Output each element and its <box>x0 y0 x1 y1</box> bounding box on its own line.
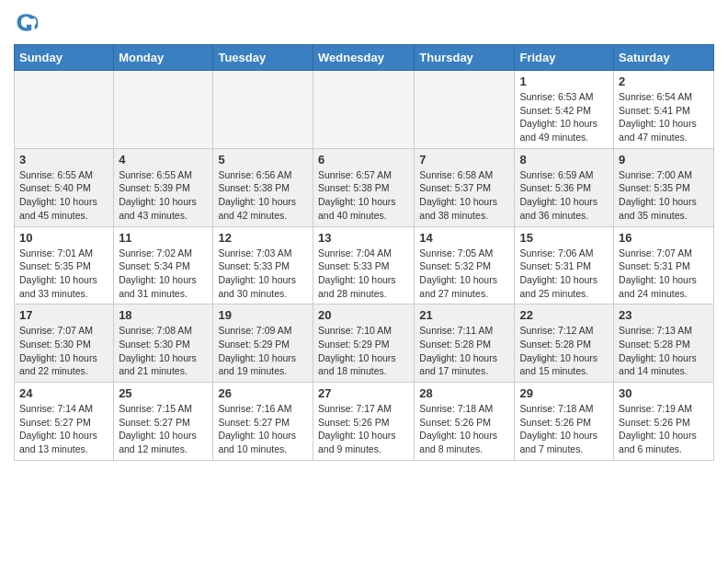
day-number: 8 <box>519 153 609 167</box>
calendar-cell: 16Sunrise: 7:07 AM Sunset: 5:31 PM Dayli… <box>614 226 714 304</box>
calendar-week-row: 1Sunrise: 6:53 AM Sunset: 5:42 PM Daylig… <box>15 71 714 149</box>
calendar-cell: 26Sunrise: 7:16 AM Sunset: 5:27 PM Dayli… <box>213 383 313 461</box>
day-detail: Sunrise: 6:57 AM Sunset: 5:38 PM Dayligh… <box>318 168 409 223</box>
day-detail: Sunrise: 6:55 AM Sunset: 5:40 PM Dayligh… <box>19 168 108 223</box>
day-number: 1 <box>519 75 609 88</box>
day-detail: Sunrise: 7:04 AM Sunset: 5:33 PM Dayligh… <box>318 247 409 301</box>
day-detail: Sunrise: 7:10 AM Sunset: 5:29 PM Dayligh… <box>318 324 409 378</box>
day-number: 17 <box>19 308 108 322</box>
day-number: 9 <box>619 153 709 167</box>
day-detail: Sunrise: 6:55 AM Sunset: 5:39 PM Dayligh… <box>119 168 208 223</box>
day-detail: Sunrise: 6:56 AM Sunset: 5:38 PM Dayligh… <box>218 168 308 223</box>
calendar-cell: 6Sunrise: 6:57 AM Sunset: 5:38 PM Daylig… <box>313 148 414 226</box>
day-detail: Sunrise: 7:07 AM Sunset: 5:30 PM Dayligh… <box>19 324 108 378</box>
header <box>14 9 714 35</box>
logo-icon <box>14 9 40 35</box>
calendar-cell: 23Sunrise: 7:13 AM Sunset: 5:28 PM Dayli… <box>614 304 714 383</box>
calendar-cell: 15Sunrise: 7:06 AM Sunset: 5:31 PM Dayli… <box>515 226 614 304</box>
calendar-cell <box>114 71 213 149</box>
day-detail: Sunrise: 7:09 AM Sunset: 5:29 PM Dayligh… <box>218 324 308 378</box>
day-number: 19 <box>218 308 308 322</box>
calendar-cell: 11Sunrise: 7:02 AM Sunset: 5:34 PM Dayli… <box>114 226 213 304</box>
day-number: 15 <box>519 231 609 245</box>
day-number: 11 <box>119 231 208 245</box>
day-number: 18 <box>119 308 208 322</box>
day-detail: Sunrise: 7:02 AM Sunset: 5:34 PM Dayligh… <box>119 247 208 301</box>
day-detail: Sunrise: 7:11 AM Sunset: 5:28 PM Dayligh… <box>419 324 509 378</box>
weekday-header: Saturday <box>614 45 714 71</box>
day-detail: Sunrise: 7:19 AM Sunset: 5:26 PM Dayligh… <box>619 402 709 456</box>
calendar-cell <box>213 71 313 149</box>
day-detail: Sunrise: 7:18 AM Sunset: 5:26 PM Dayligh… <box>519 402 609 456</box>
day-number: 16 <box>619 231 709 245</box>
day-number: 30 <box>619 386 709 400</box>
calendar-week-row: 17Sunrise: 7:07 AM Sunset: 5:30 PM Dayli… <box>15 304 714 383</box>
calendar-cell: 14Sunrise: 7:05 AM Sunset: 5:32 PM Dayli… <box>415 226 515 304</box>
day-detail: Sunrise: 6:53 AM Sunset: 5:42 PM Dayligh… <box>519 90 609 144</box>
day-detail: Sunrise: 7:18 AM Sunset: 5:26 PM Dayligh… <box>419 402 509 456</box>
day-detail: Sunrise: 7:06 AM Sunset: 5:31 PM Dayligh… <box>519 247 609 301</box>
day-detail: Sunrise: 6:59 AM Sunset: 5:36 PM Dayligh… <box>519 168 609 223</box>
weekday-header: Friday <box>515 45 614 71</box>
day-detail: Sunrise: 6:54 AM Sunset: 5:41 PM Dayligh… <box>619 90 709 144</box>
calendar-page: SundayMondayTuesdayWednesdayThursdayFrid… <box>0 0 728 470</box>
calendar-cell <box>415 71 515 149</box>
weekday-header: Wednesday <box>313 45 414 71</box>
day-number: 10 <box>19 231 108 245</box>
day-number: 26 <box>218 386 308 400</box>
calendar-cell: 20Sunrise: 7:10 AM Sunset: 5:29 PM Dayli… <box>313 304 414 383</box>
calendar-cell: 8Sunrise: 6:59 AM Sunset: 5:36 PM Daylig… <box>515 148 614 226</box>
calendar-cell: 25Sunrise: 7:15 AM Sunset: 5:27 PM Dayli… <box>114 383 213 461</box>
calendar-cell: 9Sunrise: 7:00 AM Sunset: 5:35 PM Daylig… <box>614 148 714 226</box>
day-number: 12 <box>218 231 308 245</box>
calendar-cell: 24Sunrise: 7:14 AM Sunset: 5:27 PM Dayli… <box>15 383 114 461</box>
calendar-cell: 3Sunrise: 6:55 AM Sunset: 5:40 PM Daylig… <box>15 148 114 226</box>
calendar-cell: 12Sunrise: 7:03 AM Sunset: 5:33 PM Dayli… <box>213 226 313 304</box>
day-number: 29 <box>519 386 609 400</box>
day-number: 27 <box>318 386 409 400</box>
day-detail: Sunrise: 7:17 AM Sunset: 5:26 PM Dayligh… <box>318 402 409 456</box>
calendar-cell: 7Sunrise: 6:58 AM Sunset: 5:37 PM Daylig… <box>415 148 515 226</box>
day-detail: Sunrise: 7:05 AM Sunset: 5:32 PM Dayligh… <box>419 247 509 301</box>
day-number: 28 <box>419 386 509 400</box>
calendar-cell <box>313 71 414 149</box>
calendar-table: SundayMondayTuesdayWednesdayThursdayFrid… <box>14 44 714 461</box>
calendar-week-row: 3Sunrise: 6:55 AM Sunset: 5:40 PM Daylig… <box>15 148 714 226</box>
calendar-cell: 22Sunrise: 7:12 AM Sunset: 5:28 PM Dayli… <box>515 304 614 383</box>
calendar-cell: 28Sunrise: 7:18 AM Sunset: 5:26 PM Dayli… <box>415 383 515 461</box>
calendar-cell: 1Sunrise: 6:53 AM Sunset: 5:42 PM Daylig… <box>515 71 614 149</box>
day-number: 3 <box>19 153 108 167</box>
day-number: 14 <box>419 231 509 245</box>
calendar-header-row: SundayMondayTuesdayWednesdayThursdayFrid… <box>15 45 714 71</box>
calendar-cell: 17Sunrise: 7:07 AM Sunset: 5:30 PM Dayli… <box>15 304 114 383</box>
day-number: 6 <box>318 153 409 167</box>
logo <box>14 9 43 35</box>
calendar-cell: 30Sunrise: 7:19 AM Sunset: 5:26 PM Dayli… <box>614 383 714 461</box>
day-number: 20 <box>318 308 409 322</box>
calendar-cell: 19Sunrise: 7:09 AM Sunset: 5:29 PM Dayli… <box>213 304 313 383</box>
calendar-cell: 5Sunrise: 6:56 AM Sunset: 5:38 PM Daylig… <box>213 148 313 226</box>
day-number: 7 <box>419 153 509 167</box>
day-number: 21 <box>419 308 509 322</box>
day-detail: Sunrise: 7:16 AM Sunset: 5:27 PM Dayligh… <box>218 402 308 456</box>
calendar-cell: 21Sunrise: 7:11 AM Sunset: 5:28 PM Dayli… <box>415 304 515 383</box>
calendar-cell <box>15 71 114 149</box>
day-number: 24 <box>19 386 108 400</box>
calendar-cell: 13Sunrise: 7:04 AM Sunset: 5:33 PM Dayli… <box>313 226 414 304</box>
weekday-header: Thursday <box>415 45 515 71</box>
day-number: 4 <box>119 153 208 167</box>
day-number: 25 <box>119 386 208 400</box>
weekday-header: Tuesday <box>213 45 313 71</box>
day-detail: Sunrise: 7:01 AM Sunset: 5:35 PM Dayligh… <box>19 247 108 301</box>
day-detail: Sunrise: 7:12 AM Sunset: 5:28 PM Dayligh… <box>519 324 609 378</box>
day-detail: Sunrise: 7:03 AM Sunset: 5:33 PM Dayligh… <box>218 247 308 301</box>
day-number: 2 <box>619 75 709 88</box>
calendar-cell: 27Sunrise: 7:17 AM Sunset: 5:26 PM Dayli… <box>313 383 414 461</box>
weekday-header: Sunday <box>15 45 114 71</box>
day-detail: Sunrise: 6:58 AM Sunset: 5:37 PM Dayligh… <box>419 168 509 223</box>
calendar-cell: 10Sunrise: 7:01 AM Sunset: 5:35 PM Dayli… <box>15 226 114 304</box>
calendar-cell: 18Sunrise: 7:08 AM Sunset: 5:30 PM Dayli… <box>114 304 213 383</box>
weekday-header: Monday <box>114 45 213 71</box>
day-number: 13 <box>318 231 409 245</box>
calendar-cell: 29Sunrise: 7:18 AM Sunset: 5:26 PM Dayli… <box>515 383 614 461</box>
